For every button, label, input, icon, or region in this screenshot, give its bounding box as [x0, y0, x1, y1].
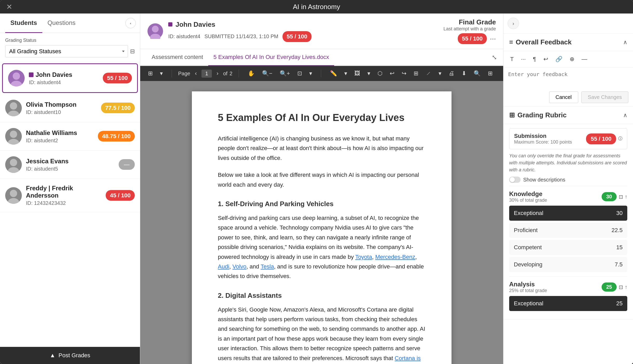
- pdf-paragraph-1: Artificial intelligence (AI) is changing…: [218, 134, 426, 163]
- feedback-more-button[interactable]: ···: [519, 55, 528, 64]
- feedback-icon: ≡: [509, 38, 513, 46]
- annotate-button[interactable]: ✏️: [327, 69, 340, 78]
- filter-icon[interactable]: ⊟: [130, 48, 135, 55]
- svg-point-7: [8, 167, 19, 173]
- pdf-content: 5 Examples Of AI In Our Everyday Lives A…: [140, 81, 503, 364]
- grading-status-dropdown[interactable]: All Grading Statuses Graded Ungraded In …: [5, 45, 128, 57]
- criteria-analysis-actions: ⊡ ↑: [619, 284, 627, 290]
- rubric-level-score: 30: [616, 210, 623, 217]
- image-button[interactable]: 🖼: [352, 69, 363, 78]
- rubric-level-score: 22.5: [611, 227, 623, 234]
- student-grade: 45 / 100: [106, 192, 135, 199]
- rubric-level-exceptional-2[interactable]: Exceptional 25: [509, 296, 627, 311]
- student-item[interactable]: Freddy | Fredrik Andersson ID: 124324234…: [0, 179, 140, 212]
- criteria-copy-button-2[interactable]: ⊡: [619, 284, 623, 290]
- rubric-level-developing[interactable]: Developing 7.5: [509, 257, 627, 272]
- svg-point-8: [10, 190, 17, 197]
- tab-file[interactable]: 5 Examples Of AI In Our Everyday Lives.d…: [208, 49, 334, 66]
- student-grade: 55 / 100: [103, 75, 132, 82]
- feedback-input[interactable]: [503, 68, 633, 88]
- student-info: Freddy | Fredrik Andersson ID: 124324234…: [26, 185, 102, 206]
- undo-button[interactable]: ↩: [387, 69, 397, 78]
- post-grades-button[interactable]: ▲ Post Grades: [0, 347, 140, 364]
- grading-status-select-row: All Grading Statuses Graded Ungraded In …: [5, 45, 135, 57]
- crop-button[interactable]: ⊞: [411, 69, 421, 78]
- student-info: Olivia Thompson ID: aistudent10: [26, 101, 97, 115]
- rubric-level-exceptional[interactable]: Exceptional 30: [509, 206, 627, 221]
- line-dropdown-button[interactable]: ▾: [436, 69, 444, 78]
- expand-icon[interactable]: ⤡: [492, 54, 497, 61]
- student-item[interactable]: Olivia Thompson ID: aistudent10 77.5 / 1…: [0, 94, 140, 122]
- student-name: Nathalie Williams: [26, 129, 94, 137]
- annotate-dropdown-button[interactable]: ▾: [342, 69, 350, 78]
- grading-status-label: Grading Status: [5, 38, 135, 43]
- feedback-media-button[interactable]: ⊕: [568, 55, 576, 64]
- sidebar-collapse-button[interactable]: ‹: [125, 18, 136, 28]
- pan-tool-button[interactable]: ✋: [245, 69, 257, 78]
- show-descriptions-toggle[interactable]: [509, 177, 521, 183]
- rubric-level-name: Exceptional: [514, 300, 543, 307]
- criteria-analysis: Analysis 25% of total grade 25 ⊡ ↑ E: [509, 281, 627, 311]
- prev-page-button[interactable]: ‹: [192, 69, 199, 78]
- grading-rubric-title: ⊞ Grading Rubric: [509, 111, 567, 119]
- save-changes-button[interactable]: Save Changes: [581, 91, 628, 103]
- rubric-level-score: 25: [616, 300, 623, 307]
- student-id: ID: aistudent2: [26, 138, 94, 144]
- feedback-undo-button[interactable]: ↩: [541, 55, 550, 64]
- submission-label: Submission: [514, 133, 572, 139]
- grade-badge: 45 / 100: [106, 190, 135, 201]
- content-area: John Davies ID: aistudent4 SUBMITTED 11/…: [140, 14, 503, 364]
- zoom-out-button[interactable]: 🔍−: [259, 69, 275, 78]
- feedback-link-button[interactable]: 🔗: [553, 55, 564, 64]
- submission-info: Submission Maximum Score: 100 points: [514, 133, 572, 145]
- student-id: ID: aistudent5: [26, 166, 115, 172]
- fit-button[interactable]: ⊡: [295, 69, 305, 78]
- stamp-button[interactable]: ⬡: [375, 69, 385, 78]
- toolbar-dropdown-button[interactable]: ▾: [157, 69, 165, 78]
- toolbar-separator-3: [321, 70, 321, 77]
- rubric-level-competent[interactable]: Competent 15: [509, 240, 627, 255]
- rubric-level-name: Proficient: [514, 227, 538, 234]
- criteria-up-button[interactable]: ↑: [625, 194, 627, 200]
- student-item[interactable]: Jessica Evans ID: aistudent5 —: [0, 151, 140, 179]
- close-icon[interactable]: ✕: [6, 3, 12, 11]
- criteria-up-button-2[interactable]: ↑: [625, 284, 627, 290]
- download-button[interactable]: ⬇: [459, 69, 469, 78]
- more-options-button[interactable]: ···: [490, 35, 496, 43]
- panel-toggle-button[interactable]: ›: [508, 18, 519, 29]
- svg-point-6: [10, 159, 17, 166]
- criteria-copy-button[interactable]: ⊡: [619, 194, 623, 200]
- tab-students[interactable]: Students: [5, 14, 42, 33]
- rubric-collapse-icon[interactable]: ∧: [623, 112, 627, 119]
- tab-assessment-content[interactable]: Assessment content: [146, 49, 208, 66]
- final-grade-label: Final Grade: [443, 18, 496, 26]
- rubric-note: You can only override the final grade fo…: [509, 152, 627, 173]
- image-dropdown-button[interactable]: ▾: [365, 69, 373, 78]
- zoom-in-button[interactable]: 🔍+: [277, 69, 293, 78]
- feedback-text-button[interactable]: T: [508, 55, 516, 64]
- feedback-dash-button[interactable]: —: [580, 55, 589, 64]
- print-button[interactable]: 🖨: [446, 69, 457, 78]
- next-page-button[interactable]: ›: [214, 69, 221, 78]
- pdf-section-1-body: Self-driving and parking cars use deep l…: [218, 213, 426, 281]
- final-grade-section: Final Grade Last attempt with a grade 55…: [443, 18, 496, 44]
- pdf-heading-1: 1. Self-Driving And Parking Vehicles: [218, 200, 426, 208]
- redo-button[interactable]: ↪: [399, 69, 409, 78]
- fit-dropdown-button[interactable]: ▾: [307, 69, 315, 78]
- thumbnail-view-button[interactable]: ⊞: [145, 69, 155, 78]
- student-item[interactable]: Nathalie Williams ID: aistudent2 48.75 /…: [0, 122, 140, 151]
- content-header: John Davies ID: aistudent4 SUBMITTED 11/…: [140, 14, 503, 49]
- student-id: ID: 12432423432: [26, 200, 102, 206]
- page-input[interactable]: [201, 70, 212, 78]
- tab-questions[interactable]: Questions: [42, 14, 81, 33]
- app-window: ✕ AI in Astronomy Students Questions ‹ G…: [0, 0, 633, 364]
- feedback-collapse-icon[interactable]: ∧: [623, 39, 627, 46]
- student-item[interactable]: John Davies ID: aistudent4 55 / 100: [2, 63, 138, 93]
- feedback-paragraph-button[interactable]: ¶: [531, 55, 538, 64]
- cancel-button[interactable]: Cancel: [549, 91, 578, 103]
- line-button[interactable]: ⟋: [423, 69, 434, 78]
- more-button[interactable]: ⊞: [485, 69, 495, 78]
- rubric-level-proficient[interactable]: Proficient 22.5: [509, 223, 627, 238]
- avatar: [5, 100, 22, 116]
- search-button[interactable]: 🔍: [471, 69, 483, 78]
